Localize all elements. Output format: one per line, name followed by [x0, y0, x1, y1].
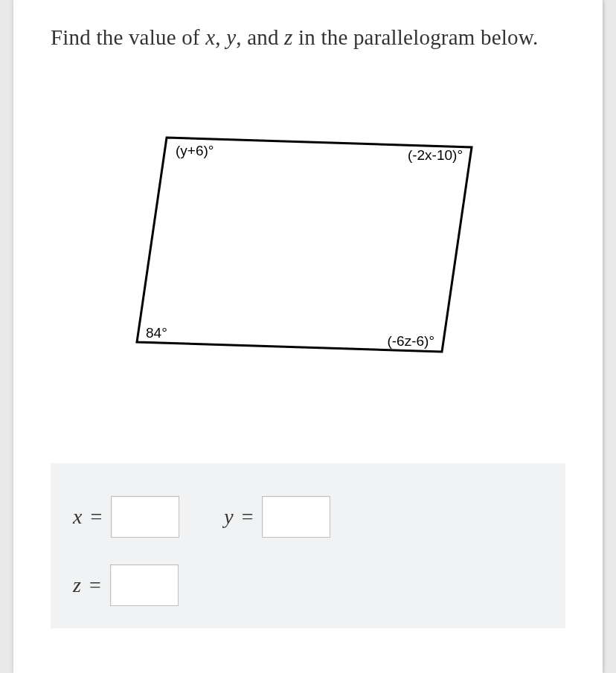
x-input[interactable] — [111, 496, 179, 538]
answer-group-y: y = — [224, 496, 330, 538]
question-pre: Find the value of — [51, 25, 205, 49]
var-z: z — [284, 25, 293, 49]
page-card: Find the value of x, y, and z in the par… — [13, 0, 603, 673]
answer-group-z: z = — [73, 564, 179, 606]
var-y: y — [226, 25, 236, 49]
z-label: z = — [73, 573, 103, 597]
angle-top-right-label: (-2x-10)° — [408, 147, 463, 163]
answer-panel: x = y = z = — [51, 463, 565, 628]
question-text: Find the value of x, y, and z in the par… — [51, 21, 565, 54]
question-sep2: , and — [236, 25, 284, 49]
answer-row-1: x = y = — [73, 496, 543, 538]
y-input[interactable] — [262, 496, 330, 538]
angle-bottom-right-label: (-6z-6)° — [387, 333, 434, 349]
answer-group-x: x = — [73, 496, 179, 538]
parallelogram-figure: (y+6)° (-2x-10)° 84° (-6z-6)° — [51, 121, 565, 396]
question-post: in the parallelogram below. — [293, 25, 539, 49]
x-label: x = — [73, 505, 103, 529]
answer-row-2: z = — [73, 564, 543, 606]
angle-bottom-left-label: 84° — [146, 325, 167, 341]
y-label: y = — [224, 505, 254, 529]
question-sep1: , — [215, 25, 226, 49]
parallelogram-shape — [137, 138, 472, 352]
var-x: x — [205, 25, 215, 49]
parallelogram-svg: (y+6)° (-2x-10)° 84° (-6z-6)° — [115, 121, 501, 367]
z-input[interactable] — [110, 564, 179, 606]
angle-top-left-label: (y+6)° — [176, 143, 214, 158]
